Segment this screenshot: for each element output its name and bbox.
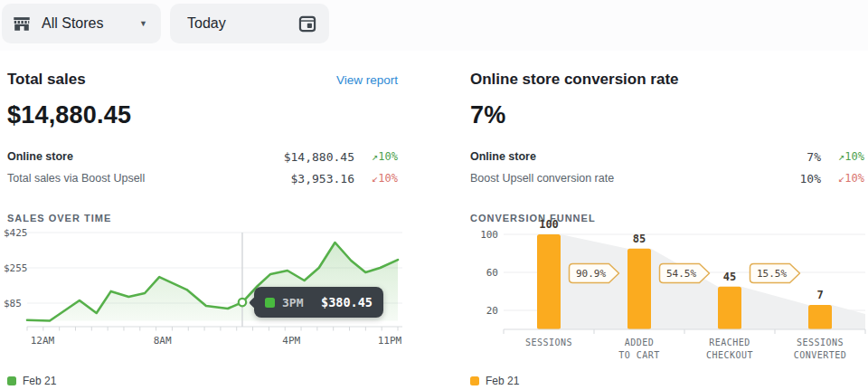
metric-label: Online store xyxy=(7,150,284,163)
metric-row-online-store-sales: Online store $14,880.45 ↗10% xyxy=(7,146,398,167)
svg-text:85: 85 xyxy=(633,233,646,245)
svg-text:12AM: 12AM xyxy=(31,335,55,347)
conversion-funnel-chart[interactable]: 10060201008545790.9%54.5%15.5%SESSIONSAD… xyxy=(452,217,868,371)
svg-text:15.5%: 15.5% xyxy=(757,268,787,280)
legend-label: Feb 21 xyxy=(23,375,56,387)
date-selector-button[interactable]: Today xyxy=(170,4,329,43)
metric-value: $3,953.16 xyxy=(291,172,354,185)
svg-text:100: 100 xyxy=(480,229,498,241)
svg-text:60: 60 xyxy=(486,267,498,279)
metric-value: 10% xyxy=(800,172,821,185)
conversion-rate-value: 7% xyxy=(470,101,864,129)
svg-text:4PM: 4PM xyxy=(282,335,300,347)
svg-text:54.5%: 54.5% xyxy=(666,268,696,280)
metric-row-online-store-rate: Online store 7% ↗10% xyxy=(470,146,864,167)
total-sales-title: Total sales xyxy=(7,71,86,89)
total-sales-card: Total sales View report $14,880.45 Onlin… xyxy=(7,51,398,224)
view-report-link[interactable]: View report xyxy=(336,73,398,87)
svg-text:20: 20 xyxy=(486,305,498,317)
date-selector-label: Today xyxy=(187,15,226,32)
svg-text:100: 100 xyxy=(539,218,559,231)
tooltip-time: 3PM xyxy=(282,296,303,309)
store-selector-button[interactable]: All Stores ▼ xyxy=(2,4,161,43)
metric-change-down: ↙10% xyxy=(354,172,398,185)
metric-change-up: ↗10% xyxy=(821,150,864,163)
calendar-icon xyxy=(297,14,317,33)
svg-text:45: 45 xyxy=(723,271,736,283)
sales-chart-legend: Feb 21 xyxy=(7,375,56,387)
svg-text:SESSIONS: SESSIONS xyxy=(525,338,572,347)
metric-change-up: ↗10% xyxy=(354,150,398,163)
tooltip-series-swatch xyxy=(265,298,275,308)
svg-text:$425: $425 xyxy=(4,227,28,239)
svg-text:SESSIONSCONVERTED: SESSIONSCONVERTED xyxy=(794,338,847,360)
svg-text:8AM: 8AM xyxy=(154,335,172,347)
metric-label: Total sales via Boost Upsell xyxy=(7,172,291,185)
legend-swatch-orange xyxy=(470,376,479,385)
metric-value: $14,880.45 xyxy=(284,150,354,164)
metric-row-boost-upsell-rate: Boost Upsell conversion rate 10% ↙10% xyxy=(470,167,864,189)
metric-row-boost-upsell-sales: Total sales via Boost Upsell $3,953.16 ↙… xyxy=(7,167,398,189)
svg-text:REACHEDCHECKOUT: REACHEDCHECKOUT xyxy=(706,338,753,360)
store-icon xyxy=(12,14,32,33)
store-selector-label: All Stores xyxy=(42,15,103,32)
svg-text:ADDEDTO CART: ADDEDTO CART xyxy=(618,338,660,360)
svg-text:$255: $255 xyxy=(4,262,28,274)
metric-label: Boost Upsell conversion rate xyxy=(470,172,800,185)
metric-change-down: ↙10% xyxy=(821,172,864,185)
svg-text:90.9%: 90.9% xyxy=(576,268,606,280)
svg-text:$85: $85 xyxy=(4,298,22,309)
chevron-down-icon: ▼ xyxy=(139,19,147,28)
funnel-chart-legend: Feb 21 xyxy=(470,375,519,387)
svg-text:7: 7 xyxy=(816,289,823,301)
conversion-rate-card: Online store conversion rate 7% Online s… xyxy=(470,51,864,224)
chart-tooltip: 3PM $380.45 xyxy=(254,287,383,318)
metric-value: 7% xyxy=(807,150,821,164)
legend-swatch-green xyxy=(7,376,16,385)
svg-text:11PM: 11PM xyxy=(378,335,402,347)
toolbar: All Stores ▼ Today xyxy=(0,0,868,51)
conversion-rate-title: Online store conversion rate xyxy=(470,71,679,89)
metric-label: Online store xyxy=(470,150,807,163)
tooltip-value: $380.45 xyxy=(321,295,373,309)
total-sales-value: $14,880.45 xyxy=(7,101,398,129)
legend-label: Feb 21 xyxy=(486,375,519,387)
